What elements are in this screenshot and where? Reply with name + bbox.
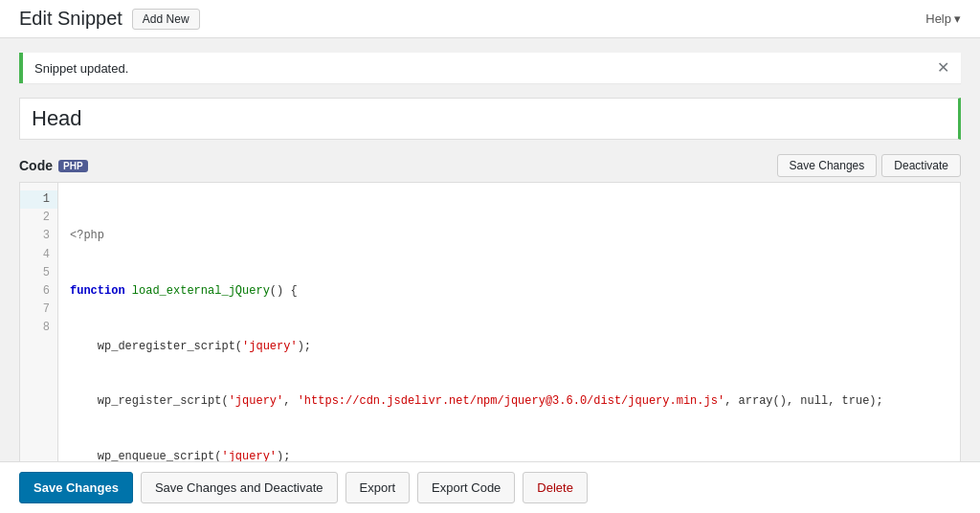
code-label-text: Code: [19, 158, 53, 173]
save-changes-button[interactable]: Save Changes: [19, 472, 133, 503]
page-title: Edit Snippet: [19, 8, 122, 30]
main-content: Snippet updated. ✕ Code PHP Save Changes…: [0, 38, 980, 513]
save-deactivate-button[interactable]: Save Changes and Deactivate: [141, 472, 338, 503]
code-line-1: <?php: [70, 227, 948, 245]
delete-button[interactable]: Delete: [523, 472, 588, 503]
code-line-2: function load_external_jQuery() {: [70, 282, 948, 301]
snippet-name-input[interactable]: [19, 98, 961, 140]
line-number-4: 4: [20, 246, 57, 264]
notice-close-button[interactable]: ✕: [937, 60, 949, 76]
help-button[interactable]: Help ▾: [925, 11, 961, 26]
line-number-5: 5: [20, 264, 57, 282]
php-badge: PHP: [58, 160, 88, 172]
code-line-4: wp_register_script('jquery', 'https://cd…: [70, 392, 948, 411]
add-new-button[interactable]: Add New: [132, 9, 200, 30]
page-wrapper: Edit Snippet Add New Help ▾ Snippet upda…: [0, 0, 980, 513]
code-line-3: wp_deregister_script('jquery');: [70, 338, 948, 356]
line-number-3: 3: [20, 227, 57, 245]
code-section-header: Code PHP Save Changes Deactivate: [19, 154, 961, 177]
export-button[interactable]: Export: [345, 472, 411, 503]
line-number-2: 2: [20, 209, 57, 227]
bottom-bar: Save Changes Save Changes and Deactivate…: [0, 461, 980, 513]
top-bar: Edit Snippet Add New Help ▾: [0, 0, 980, 38]
line-number-7: 7: [20, 301, 57, 319]
code-header-buttons: Save Changes Deactivate: [777, 154, 961, 177]
code-label: Code PHP: [19, 158, 88, 173]
save-changes-top-button[interactable]: Save Changes: [777, 154, 878, 177]
help-label: Help: [925, 11, 951, 26]
notice-text: Snippet updated.: [34, 61, 128, 76]
line-number-8: 8: [20, 319, 57, 337]
chevron-down-icon: ▾: [954, 11, 961, 26]
line-number-6: 6: [20, 282, 57, 301]
deactivate-top-button[interactable]: Deactivate: [881, 154, 961, 177]
line-number-1: 1: [20, 190, 57, 209]
export-code-button[interactable]: Export Code: [417, 472, 515, 503]
notice-box: Snippet updated. ✕: [19, 53, 961, 83]
top-bar-left: Edit Snippet Add New: [19, 8, 200, 30]
